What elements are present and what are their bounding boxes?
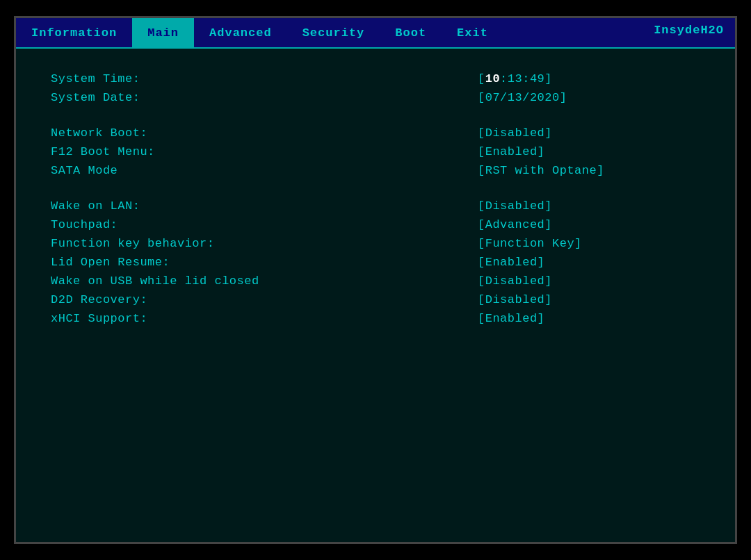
value-lid-open-resume[interactable]: [Enabled] (478, 256, 700, 269)
value-xhci-support[interactable]: [Enabled] (478, 312, 700, 325)
brand-label: InsydeH2O (654, 24, 724, 37)
value-d2d-recovery[interactable]: [Disabled] (478, 293, 700, 306)
label-wake-on-usb: Wake on USB while lid closed (51, 274, 259, 288)
menu-item-security[interactable]: Security (287, 18, 380, 47)
label-touchpad: Touchpad: (51, 218, 118, 231)
row-function-key-behavior: Function key behavior: [Function Key] (51, 234, 700, 253)
value-network-boot[interactable]: [Disabled] (478, 126, 700, 140)
row-touchpad: Touchpad: [Advanced] (51, 215, 700, 234)
row-wake-on-lan: Wake on LAN: [Disabled] (51, 197, 700, 215)
value-wake-on-usb[interactable]: [Disabled] (478, 274, 700, 288)
value-touchpad[interactable]: [Advanced] (478, 218, 700, 231)
row-lid-open-resume: Lid Open Resume: [Enabled] (51, 253, 700, 272)
row-network-boot: Network Boot: [Disabled] (51, 124, 700, 142)
row-f12-boot-menu: F12 Boot Menu: [Enabled] (51, 142, 700, 161)
row-xhci-support: xHCI Support: [Enabled] (51, 309, 700, 328)
menu-bar: Information Main Advanced Security Boot … (16, 18, 735, 49)
row-system-date: System Date: [07/13/2020] (51, 88, 700, 107)
menu-item-boot[interactable]: Boot (380, 18, 442, 47)
menu-item-advanced[interactable]: Advanced (194, 18, 287, 47)
menu-item-information[interactable]: Information (16, 18, 132, 47)
content-area: System Time: [10:13:49] System Date: [07… (16, 49, 735, 542)
value-f12-boot-menu[interactable]: [Enabled] (478, 145, 700, 158)
row-wake-on-usb: Wake on USB while lid closed [Disabled] (51, 272, 700, 290)
menu-item-exit[interactable]: Exit (442, 18, 503, 47)
row-d2d-recovery: D2D Recovery: [Disabled] (51, 290, 700, 309)
label-lid-open-resume: Lid Open Resume: (51, 256, 170, 269)
label-wake-on-lan: Wake on LAN: (51, 199, 140, 213)
row-sata-mode: SATA Mode [RST with Optane] (51, 161, 700, 180)
value-wake-on-lan[interactable]: [Disabled] (478, 199, 700, 213)
bios-screen: Information Main Advanced Security Boot … (14, 16, 737, 544)
value-sata-mode[interactable]: [RST with Optane] (478, 164, 700, 177)
label-function-key-behavior: Function key behavior: (51, 237, 214, 250)
label-system-time: System Time: (51, 72, 140, 85)
time-hour-highlight: 10 (485, 72, 500, 85)
label-xhci-support: xHCI Support: (51, 312, 147, 325)
label-network-boot: Network Boot: (51, 126, 147, 140)
menu-item-main[interactable]: Main (132, 18, 194, 47)
label-sata-mode: SATA Mode (51, 164, 118, 177)
value-function-key-behavior[interactable]: [Function Key] (478, 237, 700, 250)
value-system-date[interactable]: [07/13/2020] (478, 91, 700, 104)
label-f12-boot-menu: F12 Boot Menu: (51, 145, 155, 158)
label-system-date: System Date: (51, 91, 140, 104)
row-system-time: System Time: [10:13:49] (51, 69, 700, 88)
value-system-time[interactable]: [10:13:49] (478, 72, 700, 85)
label-d2d-recovery: D2D Recovery: (51, 293, 147, 306)
